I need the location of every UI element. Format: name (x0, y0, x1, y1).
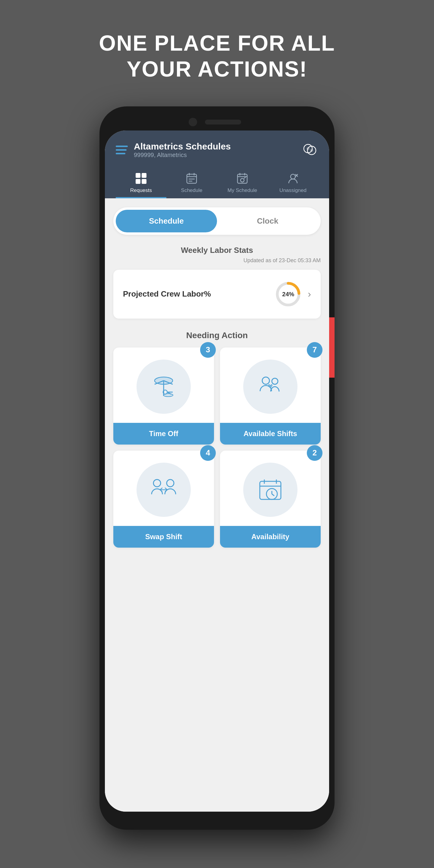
toggle-bar: Schedule Clock (113, 207, 321, 235)
time-off-badge: 3 (200, 342, 216, 358)
time-off-label: Time Off (113, 423, 214, 444)
phone-speaker (205, 120, 241, 124)
availability-icon-area (243, 463, 298, 517)
svg-point-34 (272, 378, 278, 384)
available-shifts-icon-area (243, 360, 298, 414)
header-left: Altametrics Schedules 999999, Altametric… (116, 141, 231, 158)
weekly-stats-updated: Updated as of 23-Dec 05:33 AM (113, 257, 321, 264)
screen-content: Schedule Clock Weekly Labor Stats Update… (105, 198, 329, 812)
hamburger-menu-icon[interactable] (116, 146, 128, 154)
app-account: 999999, Altametrics (134, 152, 231, 158)
available-shifts-card[interactable]: 7 Available S (220, 347, 321, 444)
action-grid: 3 (113, 347, 321, 548)
swap-shift-badge: 4 (200, 445, 216, 461)
svg-rect-7 (142, 179, 147, 184)
phone-edge-accent (329, 317, 335, 378)
swap-shift-icon-area (136, 463, 191, 517)
svg-point-33 (262, 377, 270, 384)
svg-point-20 (290, 174, 296, 179)
svg-rect-5 (142, 173, 147, 178)
labor-right: 24% › (275, 281, 311, 308)
unassigned-icon (286, 172, 300, 185)
svg-rect-6 (135, 179, 141, 184)
needing-action-title: Needing Action (113, 331, 321, 340)
svg-rect-4 (135, 173, 141, 178)
tab-my-schedule-label: My Schedule (227, 187, 257, 193)
labor-chevron-icon: › (308, 288, 311, 300)
svg-line-19 (244, 177, 246, 179)
svg-point-3 (310, 149, 313, 152)
app-header: Altametrics Schedules 999999, Altametric… (105, 130, 329, 198)
header-title-block: Altametrics Schedules 999999, Altametric… (134, 141, 231, 158)
availability-label: Availability (220, 526, 321, 548)
svg-point-18 (241, 179, 244, 182)
svg-point-35 (153, 479, 161, 487)
clock-toggle-button[interactable]: Clock (217, 210, 318, 232)
requests-icon (134, 172, 148, 185)
phone-camera (189, 118, 197, 126)
svg-point-36 (167, 479, 174, 487)
projected-labor-label: Projected Crew Labor% (123, 289, 211, 299)
my-schedule-icon (236, 172, 249, 185)
swap-shift-label: Swap Shift (113, 526, 214, 548)
time-off-card[interactable]: 3 (113, 347, 214, 444)
weekly-stats-title: Weekly Labor Stats (113, 246, 321, 255)
tab-requests-label: Requests (130, 187, 152, 193)
availability-badge: 2 (307, 445, 322, 461)
availability-card[interactable]: 2 (220, 451, 321, 548)
available-shifts-label: Available Shifts (220, 423, 321, 444)
donut-percent: 24% (282, 290, 294, 298)
projected-labor-card[interactable]: Projected Crew Labor% 24% › (113, 270, 321, 318)
svg-point-2 (307, 147, 310, 150)
labor-donut-chart: 24% (275, 281, 302, 308)
app-name: Altametrics Schedules (134, 141, 231, 152)
page-headline: ONE PLACE FOR ALL YOUR ACTIONS! (99, 30, 335, 82)
swap-shift-card[interactable]: 4 (113, 451, 214, 548)
schedule-icon (185, 172, 198, 185)
svg-rect-37 (260, 481, 281, 499)
phone-mockup: Altametrics Schedules 999999, Altametric… (99, 106, 335, 830)
available-shifts-badge: 7 (307, 342, 322, 358)
schedule-toggle-button[interactable]: Schedule (116, 210, 217, 232)
tab-my-schedule[interactable]: My Schedule (217, 167, 268, 198)
tab-schedule-label: Schedule (181, 187, 203, 193)
tab-unassigned-label: Unassigned (279, 187, 307, 193)
chat-icon[interactable] (301, 141, 318, 158)
phone-screen: Altametrics Schedules 999999, Altametric… (105, 130, 329, 812)
svg-line-43 (272, 494, 274, 496)
tab-unassigned[interactable]: Unassigned (268, 167, 318, 198)
time-off-icon-area (136, 360, 191, 414)
tab-requests[interactable]: Requests (116, 167, 166, 198)
header-top: Altametrics Schedules 999999, Altametric… (116, 141, 318, 158)
phone-frame: Altametrics Schedules 999999, Altametric… (99, 106, 335, 830)
tab-schedule[interactable]: Schedule (166, 167, 217, 198)
nav-tabs: Requests (116, 167, 318, 198)
